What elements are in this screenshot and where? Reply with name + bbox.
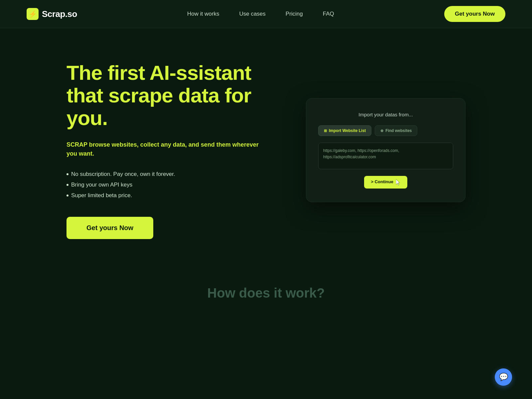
mockup-tab-find[interactable]: ⊕ Find websites: [375, 125, 417, 136]
hero-subtitle: SCRAP browse websites, collect any data,…: [66, 140, 259, 158]
hero-section: The first AI-ssistant that scrape data f…: [0, 28, 532, 266]
import-tab-label: Import Website List: [329, 128, 366, 133]
hero-title: The first AI-ssistant that scrape data f…: [66, 62, 259, 130]
logo[interactable]: ⚡ Scrap.so: [27, 8, 77, 20]
mockup-url-text: https://galeby.com, https://openforads.c…: [323, 148, 399, 159]
feature-item-2: Bring your own API keys: [66, 180, 259, 190]
nav-item-pricing[interactable]: Pricing: [286, 11, 303, 17]
logo-text: Scrap.so: [42, 9, 77, 19]
nav-item-use-cases[interactable]: Use cases: [239, 11, 265, 17]
mockup-card: Import your datas from... ⊞ Import Websi…: [306, 98, 466, 202]
find-tab-label: Find websites: [385, 128, 412, 133]
nav-links: How it works Use cases Pricing FAQ: [187, 11, 334, 17]
nav-item-faq[interactable]: FAQ: [323, 11, 334, 17]
mockup-tab-import[interactable]: ⊞ Import Website List: [318, 125, 371, 136]
chat-button[interactable]: 💬: [495, 368, 512, 386]
feature-item-3: Super limited beta price.: [66, 190, 259, 201]
nav-cta-button[interactable]: Get yours Now: [444, 6, 505, 22]
cursor-icon: [396, 179, 401, 185]
how-it-works-section: How does it work?: [0, 266, 532, 314]
feature-item-1: No subscription. Pay once, own it foreve…: [66, 169, 259, 180]
hero-visual: Import your datas from... ⊞ Import Websi…: [306, 98, 466, 202]
mockup-title: Import your datas from...: [318, 112, 453, 117]
navbar: ⚡ Scrap.so How it works Use cases Pricin…: [0, 0, 532, 28]
mockup-continue-button[interactable]: > Continue: [364, 176, 407, 189]
import-tab-icon: ⊞: [324, 129, 327, 133]
hero-features-list: No subscription. Pay once, own it foreve…: [66, 169, 259, 201]
hero-cta-button[interactable]: Get yours Now: [66, 217, 153, 239]
continue-label: > Continue: [371, 180, 393, 185]
nav-item-how-it-works[interactable]: How it works: [187, 11, 219, 17]
mockup-tabs: ⊞ Import Website List ⊕ Find websites: [318, 125, 453, 136]
hero-content: The first AI-ssistant that scrape data f…: [66, 62, 259, 239]
chat-icon: 💬: [499, 373, 508, 381]
logo-icon: ⚡: [27, 8, 39, 20]
find-tab-icon: ⊕: [380, 129, 383, 133]
how-it-works-title: How does it work?: [0, 286, 532, 301]
mockup-url-input[interactable]: https://galeby.com, https://openforads.c…: [318, 143, 453, 169]
